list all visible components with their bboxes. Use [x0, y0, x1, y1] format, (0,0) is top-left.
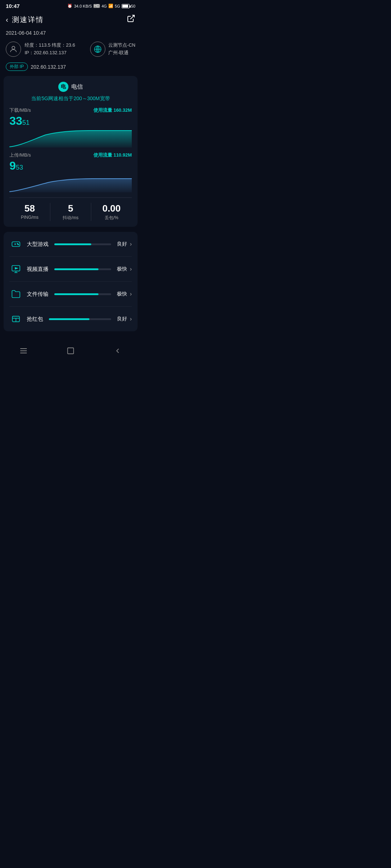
category-rating-gaming: 良好 [117, 241, 127, 247]
category-name-gaming: 大型游戏 [27, 241, 49, 248]
chevron-right-icon-streaming: › [130, 266, 132, 272]
download-value: 3351 [9, 115, 132, 127]
location-text: 经度：113.5 纬度：23.6 IP：202.60.132.137 [25, 42, 75, 57]
packet-loss-label: 丢包/% [91, 215, 132, 221]
upload-usage: 使用流量 110.92M [93, 152, 132, 158]
category-bar-fill-streaming [54, 268, 98, 270]
status-time: 10:47 [6, 3, 20, 9]
external-ip-value: 202.60.132.137 [31, 64, 66, 70]
ip-info: IP：202.60.132.137 [25, 49, 75, 57]
category-list: 大型游戏 良好 › 视频直播 极快 › 文件传输 极快 › 抢红包 [4, 232, 138, 331]
location-info: 经度：113.5 纬度：23.6 IP：202.60.132.137 [6, 42, 75, 57]
carrier-name: 电信 [71, 83, 83, 91]
category-bar-redpacket [49, 318, 111, 320]
status-icons: ⏰ 34.0 KB/S HD 4G 📶 5G 50 [67, 4, 135, 8]
svg-rect-21 [68, 348, 74, 354]
jitter-label: 抖动/ms [50, 215, 91, 221]
category-bar-fill-filetransfer [54, 293, 98, 295]
card-header: 电 电信 [9, 82, 132, 92]
category-bar-fill-redpacket [49, 318, 89, 320]
category-bar-filetransfer [54, 293, 111, 295]
download-usage: 使用流量 160.32M [93, 107, 132, 114]
upload-header: 上传/MB/s 使用流量 110.92M [9, 152, 132, 158]
category-name-streaming: 视频直播 [27, 266, 49, 273]
back-nav-button[interactable] [110, 344, 125, 358]
svg-point-10 [18, 244, 18, 245]
category-icon-streaming [9, 263, 22, 276]
speed-description: 当前5G网速相当于200～300M宽带 [9, 95, 132, 102]
ping-stat: 58 PING/ms [9, 203, 50, 221]
svg-point-1 [12, 46, 15, 49]
packet-loss-value: 0.00 [91, 203, 132, 214]
hd-icon: HD [93, 4, 100, 8]
category-bar-fill-gaming [54, 243, 91, 245]
battery-percent: 50 [131, 4, 135, 8]
external-ip-badge: 外部 IP [6, 63, 28, 71]
globe-icon [90, 42, 105, 57]
speed-indicator: 34.0 KB/S [74, 4, 92, 8]
chevron-right-icon-gaming: › [130, 241, 132, 247]
stats-row: 58 PING/ms 5 抖动/ms 0.00 丢包/% [9, 197, 132, 221]
ping-value: 58 [9, 203, 50, 214]
category-item-filetransfer[interactable]: 文件传输 极快 › [9, 282, 132, 307]
menu-button[interactable] [16, 344, 31, 358]
category-name-filetransfer: 文件传输 [27, 291, 49, 298]
header-left: ‹ 测速详情 [6, 15, 44, 25]
jitter-value: 5 [50, 203, 91, 214]
download-chart [9, 129, 132, 148]
category-rating-redpacket: 良好 [117, 316, 127, 322]
header: ‹ 测速详情 [0, 10, 141, 28]
svg-marker-14 [15, 268, 18, 269]
chevron-right-icon-filetransfer: › [130, 291, 132, 297]
category-icon-redpacket [9, 312, 22, 326]
category-item-streaming[interactable]: 视频直播 极快 › [9, 257, 132, 282]
category-bar-gaming [54, 243, 111, 245]
bottom-nav [0, 339, 141, 365]
date-text: 2021-06-04 10:47 [6, 30, 46, 36]
download-section: 下载/MB/s 使用流量 160.32M 3351 [9, 107, 132, 148]
svg-point-9 [17, 243, 18, 244]
ping-label: PING/ms [9, 215, 50, 220]
home-button[interactable] [63, 344, 78, 358]
export-button[interactable] [127, 14, 135, 25]
speed-card: 电 电信 当前5G网速相当于200～300M宽带 下载/MB/s 使用流量 16… [4, 76, 138, 227]
category-item-gaming[interactable]: 大型游戏 良好 › [9, 232, 132, 257]
upload-value: 953 [9, 160, 132, 171]
user-avatar [6, 42, 21, 57]
download-label: 下载/MB/s [9, 107, 31, 114]
svg-line-0 [130, 15, 134, 19]
category-icon-gaming [9, 238, 22, 251]
category-icon-filetransfer [9, 288, 22, 301]
server-info: 云测节点-CN 广州-联通 [90, 42, 135, 57]
external-ip-row: 外部 IP 202.60.132.137 [0, 59, 141, 76]
upload-label: 上传/MB/s [9, 152, 31, 158]
status-bar: 10:47 ⏰ 34.0 KB/S HD 4G 📶 5G 50 [0, 0, 141, 10]
page-title: 测速详情 [12, 15, 44, 25]
battery-icon [122, 4, 130, 8]
upload-section: 上传/MB/s 使用流量 110.92M 953 [9, 152, 132, 192]
category-rating-streaming: 极快 [117, 266, 127, 272]
info-row: 经度：113.5 纬度：23.6 IP：202.60.132.137 云测节点-… [0, 39, 141, 59]
longitude-latitude: 经度：113.5 纬度：23.6 [25, 42, 75, 49]
category-item-redpacket[interactable]: 抢红包 良好 › [9, 307, 132, 331]
upload-chart [9, 174, 132, 192]
category-rating-filetransfer: 极快 [117, 291, 127, 297]
alarm-icon: ⏰ [67, 4, 72, 8]
category-bar-streaming [54, 268, 111, 270]
chevron-right-icon-redpacket: › [130, 316, 132, 322]
server-text: 云测节点-CN 广州-联通 [108, 42, 135, 57]
date-row: 2021-06-04 10:47 [0, 28, 141, 39]
category-name-redpacket: 抢红包 [27, 316, 43, 323]
jitter-stat: 5 抖动/ms [50, 203, 91, 221]
packet-loss-stat: 0.00 丢包/% [91, 203, 132, 221]
back-button[interactable]: ‹ [6, 16, 8, 24]
download-header: 下载/MB/s 使用流量 160.32M [9, 107, 132, 114]
network-type: 4G [101, 4, 107, 8]
5g-icon: 5G [115, 4, 120, 8]
telecom-icon: 电 [58, 82, 68, 92]
signal-icon: 📶 [108, 4, 113, 8]
